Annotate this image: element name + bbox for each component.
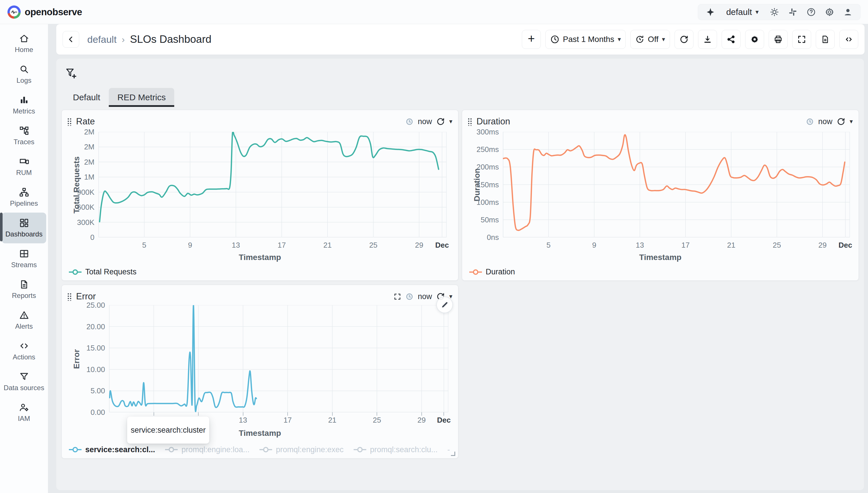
sidebar-item-home[interactable]: Home (2, 28, 46, 59)
panel-menu-caret-icon[interactable]: ▾ (850, 119, 853, 125)
x-axis-title: Timestamp (462, 253, 859, 262)
sidebar-item-data-sources[interactable]: Data sources (2, 366, 46, 397)
sidebar-item-logs[interactable]: Logs (2, 59, 46, 90)
rate-chart-canvas[interactable] (98, 132, 447, 237)
openobserve-logo-icon (7, 5, 21, 19)
x-axis-tick-mark (243, 412, 244, 416)
tab-red-metrics[interactable]: RED Metrics (109, 88, 174, 107)
breadcrumb-folder[interactable]: default (87, 34, 117, 45)
panel-resize-handle[interactable] (451, 452, 455, 456)
legend-item-promql-engine-exec[interactable]: promql:engine:exec (259, 445, 344, 454)
panel-duration: Duration now ▾ Duration 300ms250ms200ms1… (462, 110, 859, 281)
refresh-button[interactable] (675, 30, 693, 49)
legend-item-total-requests[interactable]: Total Requests (69, 267, 137, 276)
code-icon (844, 35, 853, 44)
theme-light-icon[interactable] (770, 7, 779, 17)
y-axis-labels: 300ms250ms200ms150ms100ms50ms0ns (462, 132, 499, 237)
gear-icon (750, 35, 759, 44)
panel-menu-caret-icon[interactable]: ▾ (449, 119, 452, 125)
pencil-icon (441, 301, 449, 309)
y-axis-tick-label: 2M (84, 143, 94, 151)
ai-assistant-icon[interactable] (706, 7, 715, 17)
x-axis-tick-label: 21 (323, 241, 332, 250)
export-button[interactable] (698, 30, 717, 49)
sidebar-item-actions[interactable]: Actions (2, 336, 46, 366)
dashboard-settings-button[interactable] (745, 30, 764, 49)
y-axis-tick-label: 0.00 (90, 408, 105, 417)
legend-item-duration[interactable]: Duration (469, 267, 515, 276)
x-axis-tick-mark (198, 412, 199, 416)
panel-clock-icon (406, 118, 413, 126)
devices-icon (19, 156, 29, 167)
legend-marker-icon (259, 447, 272, 453)
sidebar-item-label: Pipelines (10, 200, 38, 208)
legend-marker-icon (353, 447, 367, 453)
warning-triangle-icon (19, 310, 29, 320)
add-filter-icon[interactable] (65, 67, 77, 79)
drag-handle-icon[interactable] (67, 292, 71, 301)
profile-icon[interactable] (843, 7, 853, 17)
org-selector[interactable]: default ▾ (726, 7, 759, 17)
chevron-down-icon: ▾ (662, 36, 665, 43)
x-axis-tick-label: 13 (636, 241, 644, 250)
sidebar-item-traces[interactable]: Traces (2, 121, 46, 151)
error-chart-canvas[interactable] (109, 305, 448, 412)
y-axis-tick-label: 5.00 (90, 386, 105, 395)
drag-handle-icon[interactable] (67, 117, 71, 126)
refresh-icon (680, 35, 689, 44)
sidebar-item-iam[interactable]: IAM (2, 397, 46, 428)
time-range-button[interactable]: Past 1 Months ▾ (545, 30, 626, 49)
sidebar-item-label: Home (15, 46, 33, 54)
y-axis-tick-label: 2M (84, 157, 94, 166)
panel-refresh-icon[interactable] (837, 117, 845, 126)
panel-time-label: now (418, 292, 432, 301)
sidebar-item-dashboards[interactable]: Dashboards (2, 213, 46, 243)
sidebar-item-reports[interactable]: Reports (2, 274, 46, 305)
panel-expand-icon[interactable] (393, 293, 401, 301)
sidebar-item-streams[interactable]: Streams (2, 243, 46, 274)
auto-refresh-icon (635, 35, 644, 44)
json-view-button[interactable] (839, 30, 858, 49)
print-button[interactable] (769, 30, 787, 49)
fullscreen-button[interactable] (792, 30, 811, 49)
panel-title: Error (76, 291, 96, 302)
plus-icon: + (528, 33, 535, 45)
legend-marker-icon (469, 269, 482, 275)
drag-handle-icon[interactable] (467, 117, 472, 126)
y-axis-tick-label: 900K (77, 188, 94, 196)
code-icon (19, 341, 29, 351)
auto-refresh-button[interactable]: Off ▾ (630, 30, 670, 49)
legend-item-service-search-cluster[interactable]: service:search:cl... (69, 445, 155, 454)
sidebar-item-alerts[interactable]: Alerts (2, 305, 46, 336)
settings-icon[interactable] (825, 7, 835, 17)
slack-icon[interactable] (788, 7, 798, 17)
x-axis-title: Timestamp (62, 253, 458, 262)
y-axis-tick-label: 100ms (477, 198, 499, 207)
add-panel-button[interactable]: + (522, 30, 541, 49)
x-axis-labels: 591317212529Dec (503, 237, 850, 251)
search-icon (19, 64, 29, 74)
docs-button[interactable] (816, 30, 835, 49)
x-axis-tick-label: 21 (328, 416, 336, 425)
sidebar-item-rum[interactable]: RUM (2, 151, 46, 182)
help-icon[interactable] (806, 7, 816, 17)
sidebar-item-pipelines[interactable]: Pipelines (2, 182, 46, 213)
legend-item-promql-search-cluster[interactable]: promql:search:clu... (353, 445, 438, 454)
y-axis-labels: 25.0020.0015.0010.005.000.00 (68, 305, 105, 412)
edit-panel-button[interactable] (436, 297, 453, 313)
x-axis-tick-label: 17 (278, 241, 286, 250)
panel-time-label: now (418, 117, 432, 126)
tab-default[interactable]: Default (64, 88, 109, 107)
share-button[interactable] (722, 30, 740, 49)
dashboard-surface: Default RED Metrics Rate now ▾ (56, 59, 864, 490)
series-line-Duration (503, 135, 845, 230)
legend-item-promql-engine-load[interactable]: promql:engine:loa... (165, 445, 249, 454)
sidebar-scrollbar-thumb[interactable] (0, 213, 3, 241)
printer-icon (774, 35, 783, 44)
sidebar-item-metrics[interactable]: Metrics (2, 90, 46, 121)
y-axis-tick-label: 1M (84, 173, 94, 181)
duration-chart-canvas[interactable] (503, 132, 850, 237)
y-axis-tick-label: 300K (77, 218, 94, 227)
panel-refresh-icon[interactable] (436, 117, 445, 126)
back-button[interactable] (63, 31, 79, 48)
